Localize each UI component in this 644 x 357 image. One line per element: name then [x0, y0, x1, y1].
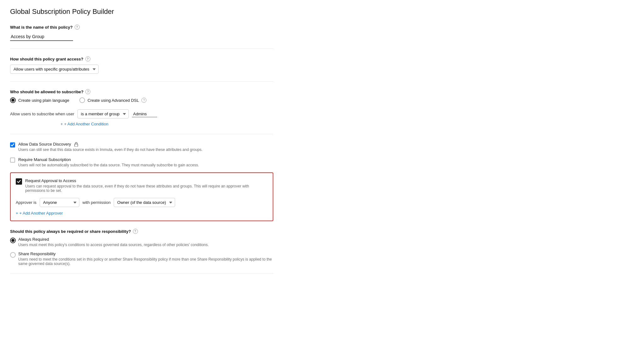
grant-access-question: How should this policy grant access? ? [10, 56, 273, 61]
advanced-dsl-help-icon[interactable]: ? [141, 98, 146, 103]
manual-subscription-description: Users will not be automatically subscrib… [18, 163, 199, 167]
share-responsibility-label: Share Responsibility [18, 251, 273, 256]
manual-subscription-row: Require Manual Subscription Users will n… [10, 157, 273, 167]
discovery-checkbox[interactable] [10, 142, 15, 147]
always-required-radio[interactable] [10, 238, 16, 243]
add-condition-link[interactable]: + + Add Another Condition [60, 122, 273, 126]
request-approval-section: Request Approval to Access Users can req… [10, 172, 273, 221]
manual-subscription-checkbox[interactable] [10, 158, 15, 163]
with-permission-label: with permission [83, 200, 111, 205]
approver-is-label: Approver is [16, 200, 37, 205]
approver-row: Approver is Anyone Specific User Specifi… [16, 198, 268, 207]
advanced-dsl-option[interactable]: Create using Advanced DSL ? [79, 97, 146, 103]
who-subscribe-section: Who should be allowed to subscribe? ? Cr… [10, 89, 273, 134]
responsibility-section: Should this policy always be required or… [10, 229, 273, 274]
share-responsibility-desc: Users need to meet the conditions set in… [18, 257, 273, 266]
responsibility-question: Should this policy always be required or… [10, 229, 273, 234]
always-required-option: Always Required Users must meet this pol… [10, 237, 273, 247]
add-approver-plus-icon: + [16, 211, 18, 216]
approver-dropdown[interactable]: Anyone Specific User Specific Group [40, 198, 79, 207]
discovery-row: Allow Data Source Discovery Users can st… [10, 142, 273, 152]
permission-dropdown[interactable]: Owner (of the data source) Governance Ad… [114, 198, 175, 207]
subscribe-mode-group: Create using plain language Create using… [10, 97, 273, 103]
grant-access-dropdown[interactable]: Allow users with specific groups/attribu… [10, 65, 99, 74]
share-responsibility-option: Share Responsibility Users need to meet … [10, 251, 273, 266]
grant-access-help-icon[interactable]: ? [85, 56, 90, 61]
request-approval-description: Users can request approval to the data s… [25, 184, 268, 193]
manual-subscription-label: Require Manual Subscription [18, 157, 71, 162]
policy-name-input[interactable] [10, 33, 73, 41]
policy-name-question: What is the name of this policy? ? [10, 25, 273, 30]
share-responsibility-radio[interactable] [10, 252, 16, 258]
condition-row: Allow users to subscribe when user is a … [10, 109, 273, 118]
always-required-desc: Users must meet this policy's conditions… [18, 243, 209, 247]
discovery-section: Allow Data Source Discovery Users can st… [10, 142, 273, 152]
manual-subscription-section: Require Manual Subscription Users will n… [10, 157, 273, 167]
page-title: Global Subscription Policy Builder [10, 8, 273, 16]
add-approver-link[interactable]: + + Add Another Approver [16, 211, 268, 216]
advanced-dsl-radio[interactable] [79, 97, 85, 103]
plain-language-radio[interactable] [10, 97, 16, 103]
who-subscribe-help-icon[interactable]: ? [85, 89, 90, 94]
grant-access-section: How should this policy grant access? ? A… [10, 56, 273, 82]
add-condition-plus-icon: + [60, 122, 63, 126]
condition-prefix: Allow users to subscribe when user [10, 112, 74, 116]
request-approval-checkbox[interactable] [16, 178, 22, 185]
responsibility-help-icon[interactable]: ? [133, 229, 138, 234]
policy-name-help-icon[interactable]: ? [75, 25, 80, 30]
request-approval-label: Request Approval to Access [25, 178, 76, 183]
who-subscribe-question: Who should be allowed to subscribe? ? [10, 89, 273, 94]
discovery-label: Allow Data Source Discovery [18, 142, 71, 147]
always-required-label: Always Required [18, 237, 209, 242]
condition-type-dropdown[interactable]: is a member of group [77, 109, 129, 118]
discovery-description: Users can still see that this data sourc… [18, 147, 202, 152]
lock-icon [74, 142, 78, 147]
svg-rect-0 [75, 144, 78, 147]
plain-language-option[interactable]: Create using plain language [10, 97, 69, 103]
condition-group-input[interactable] [132, 111, 157, 117]
request-approval-row: Request Approval to Access Users can req… [16, 178, 268, 193]
policy-name-section: What is the name of this policy? ? [10, 25, 273, 49]
